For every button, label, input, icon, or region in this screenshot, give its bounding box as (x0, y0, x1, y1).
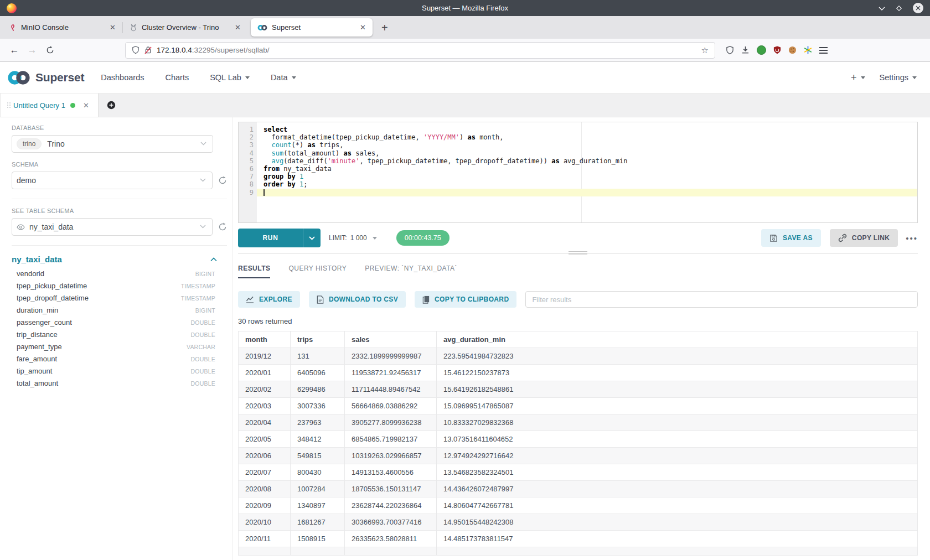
column-type: DOUBLE (191, 380, 215, 387)
tab-close-icon[interactable]: ✕ (110, 23, 116, 32)
table-row: 2020/042379633905277.809993623810.833327… (239, 414, 918, 431)
browser-tab-trino[interactable]: Cluster Overview - Trino ✕ (123, 16, 247, 39)
superset-navbar: Superset DashboardsChartsSQL LabData + S… (0, 62, 930, 94)
add-new-button[interactable]: + (851, 72, 865, 84)
code-line: group by 1 (257, 173, 917, 180)
refresh-schema-icon[interactable] (218, 176, 227, 185)
download-csv-button[interactable]: DOWNLOAD TO CSV (309, 291, 406, 308)
database-value: Trino (47, 139, 64, 148)
table-cell: 30366993.700377416 (345, 514, 437, 531)
ublock-shield-icon[interactable] (773, 46, 781, 54)
protections-shield-icon[interactable] (726, 46, 734, 55)
forward-button[interactable]: → (23, 45, 41, 56)
sqllab-sidebar: DATABASE trino Trino SCHEMA demo SEE TAB… (0, 117, 232, 560)
table-row: 2020/053484126854865.71998213713.0735164… (239, 431, 918, 448)
column-row: tpep_pickup_datetimeTIMESTAMP (12, 279, 232, 292)
minio-favicon (10, 24, 17, 32)
filter-results-input[interactable] (525, 291, 918, 308)
results-pane: RESULTSQUERY HISTORYPREVIEW: `NY_TAXI_DA… (238, 253, 918, 556)
tab-close-icon[interactable]: ✕ (235, 23, 241, 32)
settings-menu[interactable]: Settings (880, 73, 917, 82)
new-tab-button[interactable]: + (381, 22, 388, 33)
column-header[interactable]: avg_duration_min (437, 331, 918, 348)
chevron-down-icon (292, 76, 296, 79)
extension-asterisk-icon[interactable] (804, 46, 812, 54)
url-bar[interactable]: 172.18.0.4:32295/superset/sqllab/ ☆ (125, 42, 715, 59)
database-select[interactable]: trino Trino (12, 135, 213, 153)
refresh-table-icon[interactable] (218, 222, 227, 231)
column-header[interactable]: sales (345, 331, 437, 348)
url-text: 172.18.0.4:32295/superset/sqllab/ (157, 46, 269, 54)
table-cell: 2020/04 (239, 414, 291, 431)
window-minimize-button[interactable] (879, 6, 885, 11)
table-cell: 2020/09 (239, 497, 291, 514)
browser-tabstrip: MinIO Console ✕ Cluster Overview - Trino… (0, 16, 930, 39)
nav-item-sql-lab[interactable]: SQL Lab (210, 73, 250, 82)
window-close-button[interactable] (913, 3, 923, 13)
query-status-dot (70, 103, 75, 108)
new-query-tab-button[interactable] (99, 94, 124, 117)
nav-item-dashboards[interactable]: Dashboards (101, 73, 144, 82)
extension-green-icon[interactable] (757, 45, 766, 55)
table-row: 2020/11150891526335623.5802881114.485173… (239, 531, 918, 547)
browser-tab-title: MinIO Console (21, 23, 69, 32)
more-options-button[interactable]: ••• (906, 234, 918, 243)
cookie-extension-icon[interactable] (788, 46, 797, 54)
save-as-button[interactable]: SAVE AS (761, 229, 821, 247)
schema-select[interactable]: demo (12, 172, 213, 189)
column-header[interactable]: trips (291, 331, 345, 348)
collapse-chevron-icon[interactable] (210, 257, 217, 262)
superset-logo[interactable]: Superset (7, 70, 84, 85)
table-select[interactable]: ny_taxi_data (12, 218, 213, 236)
table-cell: 1681267 (291, 514, 345, 531)
window-maximize-button[interactable] (896, 5, 902, 12)
bookmark-star-icon[interactable]: ☆ (701, 45, 709, 55)
nav-item-charts[interactable]: Charts (165, 73, 189, 82)
eye-icon (17, 224, 25, 230)
limit-dropdown[interactable]: LIMIT: 1 000 (329, 234, 377, 242)
run-options-chevron[interactable] (303, 229, 321, 247)
tab-close-icon[interactable]: ✕ (360, 23, 366, 32)
chart-icon (246, 296, 254, 303)
drag-handle-icon[interactable] (7, 102, 8, 103)
pane-resize-handle[interactable] (569, 250, 587, 256)
column-row: payment_typeVARCHAR (12, 340, 232, 352)
back-button[interactable]: ← (6, 45, 23, 56)
column-row: passenger_countDOUBLE (12, 316, 232, 328)
results-tab-results[interactable]: RESULTS (238, 265, 270, 278)
nav-item-data[interactable]: Data (271, 73, 296, 82)
editor-code[interactable]: select format_datetime(tpep_pickup_datet… (257, 122, 917, 222)
column-name: passenger_count (17, 318, 72, 326)
copy-link-button[interactable]: COPY LINK (830, 229, 898, 247)
circled-plus-icon (107, 101, 116, 110)
column-header[interactable]: month (239, 331, 291, 348)
copy-clipboard-button[interactable]: COPY TO CLIPBOARD (415, 291, 516, 308)
results-tab-preview[interactable]: PREVIEW: `NY_TAXI_DATA` (365, 265, 457, 278)
table-cell: 15.096995147865087 (437, 398, 918, 414)
column-type: BIGINT (195, 307, 215, 314)
browser-tab-title: Cluster Overview - Trino (142, 23, 219, 32)
results-body: 2019/121312332.1899999999987223.59541984… (239, 348, 918, 556)
menu-hamburger-icon[interactable] (819, 50, 828, 51)
reload-button[interactable] (41, 46, 59, 54)
sidebar-divider (12, 199, 227, 199)
browser-tab-superset[interactable]: Superset ✕ (251, 18, 373, 37)
run-button[interactable]: RUN (238, 229, 321, 247)
url-path: :32295/superset/sqllab/ (192, 46, 270, 54)
run-label[interactable]: RUN (238, 229, 303, 247)
explore-button[interactable]: EXPLORE (238, 291, 300, 308)
insecure-lock-icon (144, 46, 152, 54)
database-label: DATABASE (12, 125, 232, 131)
code-line (257, 189, 917, 196)
column-row: tip_amountDOUBLE (12, 365, 232, 377)
query-tab-active[interactable]: Untitled Query 1 ✕ (0, 94, 99, 117)
table-cell: 6299486 (291, 381, 345, 398)
column-type: VARCHAR (187, 344, 215, 350)
browser-tab-minio[interactable]: MinIO Console ✕ (3, 16, 122, 39)
results-tab-query-history[interactable]: QUERY HISTORY (288, 265, 347, 278)
sqllab-main: 123456789 select format_datetime(tpep_pi… (232, 117, 930, 560)
sql-editor[interactable]: 123456789 select format_datetime(tpep_pi… (238, 122, 918, 223)
download-csv-label: DOWNLOAD TO CSV (329, 295, 398, 303)
downloads-icon[interactable] (741, 46, 750, 54)
query-tab-close-icon[interactable]: ✕ (83, 101, 89, 110)
